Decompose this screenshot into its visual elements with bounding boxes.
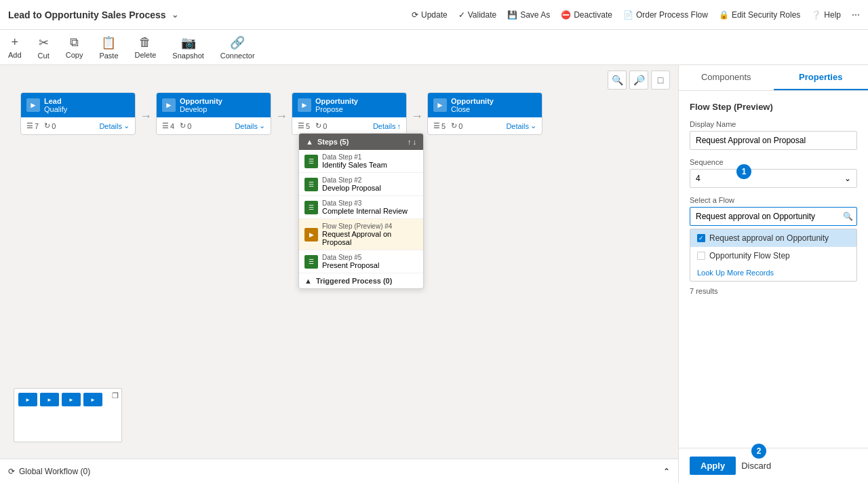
save-icon: 💾 [507,10,517,20]
expanded-item-5[interactable]: ☰ Data Step #5 Present Proposal [299,250,423,273]
details-btn-close[interactable]: Details ⌄ [506,121,536,130]
expanded-popup-header: ▲ Steps (5) ↑ ↓ [299,134,423,150]
lookup-label: Look Up More Records [697,269,774,277]
step-count-close: ☰ 5 [433,121,446,130]
expanded-item-3[interactable]: ☰ Data Step #3 Complete Internal Review [299,196,423,219]
top-bar-actions: ⟳ Update ✓ Validate 💾 Save As ⛔ Deactiva… [412,10,860,20]
right-panel: Components Properties Flow Step (Preview… [678,65,868,483]
zoom-in-button[interactable]: 🔎 [629,71,648,90]
dropdown-item-1[interactable]: ✓ Request approval on Opportunity [690,229,856,247]
chevron-icon-propose: ↑ [397,122,401,130]
delete-icon: 🗑 [139,35,151,50]
conditions-icon-lead: ↻ [44,121,50,130]
expanded-item-2-text: Data Step #2 Develop Proposal [322,176,381,192]
conditions-icon-develop: ↻ [180,121,186,130]
details-btn-lead[interactable]: Details ⌄ [99,121,130,130]
order-process-flow-button[interactable]: 📄 Order Process Flow [623,10,708,20]
node-opportunity-close[interactable]: ► Opportunity Close ☰ 5 ↻ 0 Detail [427,92,542,135]
paste-button[interactable]: 📋 Paste [99,35,118,60]
sort-up-icon: ↑ [408,138,412,146]
snapshot-icon: 📷 [181,35,196,50]
page-title: Lead to Opportunity Sales Process [8,9,166,20]
expanded-steps-label: ▲ Steps (5) [306,138,349,146]
update-button[interactable]: ⟳ Update [412,10,448,20]
dropdown-item-lookup[interactable]: Look Up More Records [690,265,856,281]
copy-icon: ⧉ [70,35,79,50]
node-header-develop: ► Opportunity Develop [157,93,271,117]
steps-icon-propose: ☰ [298,121,304,130]
expanded-item-3-title: Data Step #3 [322,199,408,207]
details-btn-develop[interactable]: Details ⌄ [235,121,265,130]
search-icon[interactable]: 🔍 [843,212,853,221]
node-title-line2: Qualify [44,105,67,113]
apply-button[interactable]: Apply [690,457,736,475]
add-icon: + [12,35,19,50]
display-name-input[interactable] [690,131,857,150]
mini-map-expand-button[interactable]: ❐ [112,391,119,400]
edit-security-roles-button[interactable]: 🔒 Edit Security Roles [719,10,800,20]
canvas-controls: 🔍 🔎 □ [608,71,670,90]
expanded-item-2[interactable]: ☰ Data Step #2 Develop Proposal [299,173,423,196]
expanded-item-1-text: Data Step #1 Identify Sales Team [322,153,387,169]
cut-icon: ✂ [39,35,49,50]
panel-tabs: Components Properties [679,65,868,91]
snapshot-button[interactable]: 📷 Snapshot [172,35,203,60]
mini-node-2: ► [40,393,59,406]
refresh-icon: ⟳ [8,467,15,476]
zoom-out-button[interactable]: 🔍 [608,71,627,90]
tab-components[interactable]: Components [679,65,774,90]
expanded-item-4-text: Flow Step (Preview) #4 Request Approval … [322,223,418,246]
expanded-item-4[interactable]: ▶ Flow Step (Preview) #4 Request Approva… [299,219,423,250]
order-icon: 📄 [623,10,633,20]
select-flow-label: Select a Flow [690,196,857,204]
expanded-item-1[interactable]: ☰ Data Step #1 Identify Sales Team [299,150,423,173]
fit-to-screen-button[interactable]: □ [651,71,670,90]
top-bar-title-area: Lead to Opportunity Sales Process ⌄ [8,9,178,20]
chevron-icon-close: ⌄ [530,121,536,130]
sequence-select[interactable]: 4 ⌄ [690,169,857,188]
condition-count-develop: ↻ 0 [180,121,191,130]
discard-button[interactable]: Discard [741,461,771,471]
node-header-lead-qualify: ► Lead Qualify [21,93,135,117]
node-title-propose: Opportunity Propose [315,97,358,113]
expanded-item-1-title: Data Step #1 [322,153,387,161]
data-step-icon-1: ☰ [304,155,318,168]
more-options-button[interactable]: ⋯ [852,10,860,20]
global-workflow-expand[interactable]: ⌃ [663,467,670,476]
step-count-lead: ☰ 7 [26,121,39,130]
flow-arrow-2: → [271,109,292,123]
cut-button[interactable]: ✂ Cut [38,35,50,60]
node-opportunity-propose[interactable]: ► Opportunity Propose ☰ 5 ↻ 0 Deta [292,92,407,135]
help-icon: ❔ [811,10,821,20]
triggered-process-label: Triggered Process (0) [316,277,393,285]
details-btn-propose[interactable]: Details ↑ [373,122,401,130]
node-opportunity-develop[interactable]: ► Opportunity Develop ☰ 4 ↻ 0 Deta [156,92,271,135]
dropdown-item-2[interactable]: Opportunity Flow Step [690,247,856,265]
expanded-item-3-subtitle: Complete Internal Review [322,207,408,215]
help-button[interactable]: ❔ Help [811,10,841,20]
mini-map: ❐ ► ► ► ► [14,388,122,442]
steps-num-lead: 7 [35,122,39,130]
deactivate-button[interactable]: ⛔ Deactivate [561,10,612,20]
global-workflow-left: ⟳ Global Workflow (0) [8,467,90,476]
flow-arrow-3: → [407,109,427,123]
select-flow-input[interactable] [690,207,857,226]
chevron-down-icon[interactable]: ⌄ [172,10,178,20]
conditions-num-develop: 0 [187,122,191,130]
save-as-button[interactable]: 💾 Save As [507,10,550,20]
node-icon-lead-qualify: ► [26,98,40,112]
check-icon-1: ✓ [697,234,705,242]
canvas[interactable]: 🔍 🔎 □ ► Lead Qualify ☰ 7 [0,65,678,483]
add-button[interactable]: + Add [8,35,22,59]
node-lead-qualify[interactable]: ► Lead Qualify ☰ 7 ↻ 0 Details ⌄ [20,92,136,135]
copy-button[interactable]: ⧉ Copy [66,35,83,59]
tab-properties[interactable]: Properties [774,65,869,90]
node-title-close-line1: Opportunity [451,97,494,105]
sequence-value: 4 [696,174,701,183]
delete-button[interactable]: 🗑 Delete [135,35,157,59]
sort-icons[interactable]: ↑ ↓ [408,138,416,146]
step-count-propose: ☰ 5 [298,121,310,130]
results-count: 7 results [690,287,857,295]
validate-button[interactable]: ✓ Validate [458,10,496,20]
connector-button[interactable]: 🔗 Connector [220,35,255,60]
